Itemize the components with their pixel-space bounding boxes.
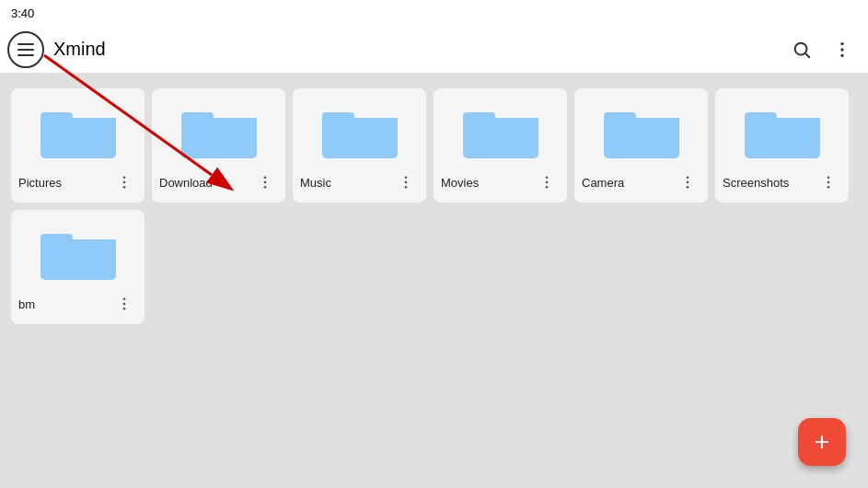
svg-point-2 (840, 41, 843, 44)
folder-footer: Pictures (18, 169, 137, 195)
folder-icon (178, 98, 260, 162)
search-button[interactable] (783, 31, 820, 68)
folder-more-button[interactable] (675, 169, 700, 195)
svg-rect-13 (181, 118, 257, 123)
svg-rect-30 (604, 118, 679, 158)
folder-name: Music (300, 176, 331, 190)
folder-icon-wrapper (300, 98, 419, 162)
svg-point-44 (123, 297, 126, 300)
svg-point-33 (687, 181, 689, 184)
svg-rect-36 (745, 118, 820, 158)
menu-button[interactable] (7, 31, 44, 68)
folder-icon (600, 98, 683, 162)
svg-point-27 (546, 181, 549, 184)
svg-point-39 (827, 181, 830, 184)
status-bar: 3:40 (0, 0, 868, 26)
folder-more-button[interactable] (393, 169, 419, 195)
svg-point-26 (546, 176, 549, 179)
svg-point-9 (123, 181, 126, 184)
svg-point-32 (687, 176, 689, 179)
folder-name: bm (18, 297, 35, 311)
folder-more-button[interactable] (252, 169, 278, 195)
folder-name: Camera (582, 176, 624, 190)
svg-point-15 (264, 181, 267, 184)
folder-name: Pictures (18, 176, 62, 190)
svg-point-4 (840, 53, 843, 56)
svg-rect-19 (322, 118, 398, 123)
svg-line-1 (805, 53, 809, 57)
hamburger-icon (17, 43, 34, 56)
svg-point-16 (264, 186, 267, 189)
folder-card-download[interactable]: Download (152, 88, 285, 203)
folder-icon (318, 98, 401, 162)
folder-icon-wrapper (18, 219, 137, 284)
svg-point-28 (546, 186, 549, 189)
folder-name: Screenshots (723, 176, 789, 190)
folder-icon-wrapper (18, 98, 137, 162)
folder-icon-wrapper (723, 98, 841, 162)
folder-footer: Screenshots (723, 169, 841, 195)
folder-card-camera[interactable]: Camera (574, 88, 708, 203)
folder-icon (741, 98, 824, 162)
folder-icon-wrapper (159, 98, 278, 162)
folder-card-pictures[interactable]: Pictures (11, 88, 145, 203)
svg-point-40 (827, 186, 830, 189)
svg-point-21 (405, 181, 408, 184)
svg-rect-24 (463, 118, 538, 158)
svg-rect-6 (41, 118, 116, 158)
folder-icon-wrapper (441, 98, 560, 162)
svg-point-8 (123, 176, 126, 179)
folder-more-button[interactable] (111, 169, 137, 195)
toolbar: Xmind (0, 26, 868, 74)
svg-point-46 (123, 308, 126, 310)
folder-card-music[interactable]: Music (293, 88, 426, 203)
svg-rect-42 (41, 239, 116, 280)
folder-icon-wrapper (582, 98, 700, 162)
svg-rect-43 (41, 239, 116, 245)
folder-footer: Music (300, 169, 419, 195)
svg-rect-12 (181, 118, 257, 158)
svg-point-22 (405, 186, 408, 189)
folder-more-button[interactable] (816, 169, 841, 195)
svg-rect-25 (463, 118, 538, 123)
folder-name: Movies (441, 176, 479, 190)
app-title: Xmind (53, 39, 783, 60)
fab-add-button[interactable]: + (798, 418, 846, 466)
folder-card-movies[interactable]: Movies (434, 88, 567, 203)
folder-icon (37, 98, 120, 162)
svg-point-10 (123, 186, 126, 189)
fab-icon: + (815, 427, 829, 457)
folder-grid: Pictures Download (0, 74, 868, 339)
svg-rect-18 (322, 118, 398, 158)
folder-icon (459, 98, 542, 162)
svg-point-45 (123, 303, 126, 306)
status-time: 3:40 (11, 6, 34, 20)
svg-point-14 (264, 176, 267, 179)
svg-rect-31 (604, 118, 679, 123)
svg-point-34 (687, 186, 689, 189)
folder-card-bm[interactable]: bm (11, 210, 145, 324)
toolbar-actions (783, 31, 861, 68)
folder-footer: Download (159, 169, 278, 195)
svg-point-38 (827, 176, 830, 179)
folder-icon (37, 219, 120, 284)
svg-point-20 (405, 176, 408, 179)
more-button[interactable] (824, 31, 861, 68)
folder-footer: Camera (582, 169, 700, 195)
svg-rect-37 (745, 118, 820, 123)
folder-card-screenshots[interactable]: Screenshots (715, 88, 849, 203)
svg-rect-7 (41, 118, 116, 123)
folder-more-button[interactable] (111, 291, 137, 317)
folder-name: Download (159, 176, 213, 190)
folder-footer: bm (18, 291, 137, 317)
folder-more-button[interactable] (534, 169, 560, 195)
svg-point-3 (840, 48, 843, 51)
folder-footer: Movies (441, 169, 560, 195)
